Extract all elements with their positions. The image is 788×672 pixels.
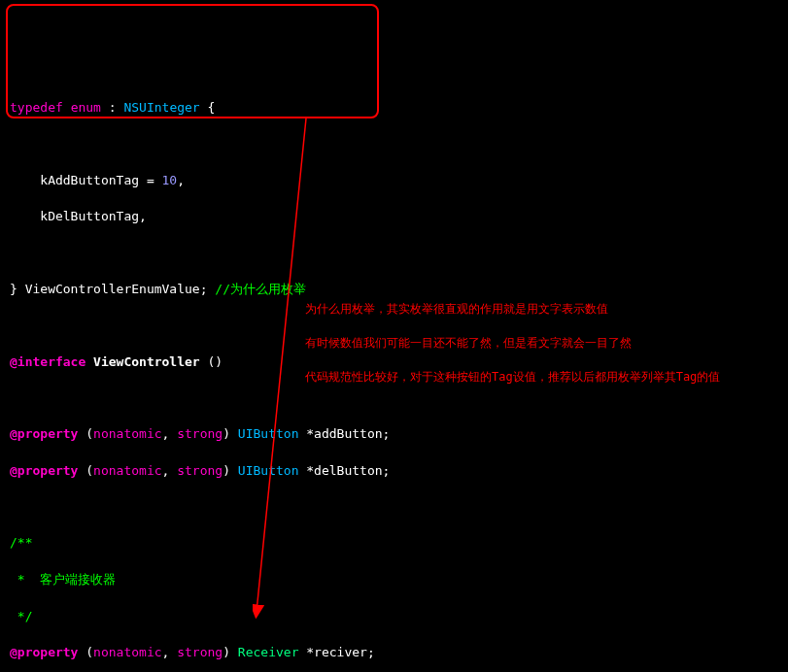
annotation-text: 代码规范性比较好，对于这种按钮的Tag设值，推荐以后都用枚举列举其Tag的值	[305, 369, 781, 386]
code-line: /**	[10, 534, 778, 553]
code-line: } ViewControllerEnumValue; //为什么用枚举	[10, 281, 778, 299]
code-line: */	[10, 608, 778, 626]
code-line	[10, 136, 778, 153]
code-line: @property (nonatomic, strong) Receiver *…	[10, 644, 778, 662]
code-line: kDelButtonTag,	[10, 208, 778, 226]
annotation-text: 为什么用枚举，其实枚举很直观的作用就是用文字表示数值	[305, 301, 781, 318]
code-line: * 客户端接收器	[10, 571, 778, 589]
annotation-text: 有时候数值我们可能一目还不能了然，但是看文字就会一目了然	[305, 335, 781, 352]
code-line: @property (nonatomic, strong) UIButton *…	[10, 462, 778, 481]
code-line	[10, 245, 778, 262]
code-line	[10, 498, 778, 516]
code-line: typedef enum : NSUInteger {	[10, 99, 778, 118]
annotation-panel: 为什么用枚举，其实枚举很直观的作用就是用文字表示数值 有时候数值我们可能一目还不…	[305, 301, 781, 402]
code-line: kAddButtonTag = 10,	[10, 172, 778, 190]
code-line: @property (nonatomic, strong) UIButton *…	[10, 425, 778, 444]
